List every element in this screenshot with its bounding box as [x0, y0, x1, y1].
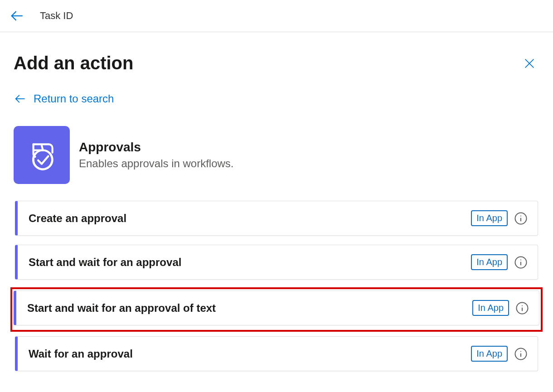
svg-point-10: [520, 259, 521, 260]
top-bar: Task ID: [0, 0, 553, 32]
action-item-wrap: Start and wait for an approval In App: [14, 243, 539, 281]
action-meta: In App: [471, 254, 528, 270]
action-create-an-approval[interactable]: Create an approval In App: [15, 201, 538, 236]
svg-point-13: [522, 305, 523, 306]
action-item-wrap-highlighted: Start and wait for an approval of text I…: [10, 287, 543, 332]
action-item-wrap: Wait for an approval In App: [14, 335, 539, 373]
svg-point-7: [520, 215, 521, 216]
action-item-wrap: Create an approval In App: [14, 199, 539, 237]
back-arrow-icon[interactable]: [9, 8, 24, 24]
action-wait-for-an-approval[interactable]: Wait for an approval In App: [15, 336, 538, 371]
connector-text: Approvals Enables approvals in workflows…: [79, 140, 234, 170]
panel-header: Add an action: [14, 53, 539, 73]
action-list: Create an approval In App Start and wait…: [14, 199, 539, 373]
add-action-panel: Add an action Return to search: [0, 32, 553, 392]
action-name: Wait for an approval: [29, 348, 133, 360]
close-icon[interactable]: [519, 53, 539, 73]
panel-title: Add an action: [14, 53, 133, 73]
connector-description: Enables approvals in workflows.: [79, 157, 234, 170]
action-name: Create an approval: [29, 212, 126, 225]
action-meta: In App: [472, 300, 529, 316]
connector-header: Approvals Enables approvals in workflows…: [14, 126, 539, 184]
action-start-and-wait-for-an-approval-of-text[interactable]: Start and wait for an approval of text I…: [14, 290, 539, 325]
in-app-badge: In App: [471, 210, 508, 226]
action-name: Start and wait for an approval of text: [27, 302, 216, 315]
action-meta: In App: [471, 210, 528, 226]
return-to-search-label: Return to search: [34, 92, 114, 105]
in-app-badge: In App: [471, 254, 508, 270]
info-icon[interactable]: [514, 347, 528, 361]
in-app-badge: In App: [472, 300, 509, 316]
return-to-search-link[interactable]: Return to search: [14, 92, 114, 105]
action-meta: In App: [471, 346, 528, 362]
info-icon[interactable]: [514, 256, 528, 269]
topbar-title: Task ID: [40, 10, 73, 22]
action-start-and-wait-for-an-approval[interactable]: Start and wait for an approval In App: [15, 245, 538, 280]
approvals-connector-icon: [14, 126, 70, 184]
in-app-badge: In App: [471, 346, 508, 362]
info-icon[interactable]: [515, 301, 529, 315]
info-icon[interactable]: [514, 212, 528, 225]
connector-name: Approvals: [79, 140, 234, 155]
arrow-left-icon: [14, 92, 26, 105]
action-name: Start and wait for an approval: [29, 256, 181, 269]
svg-point-16: [520, 351, 521, 352]
